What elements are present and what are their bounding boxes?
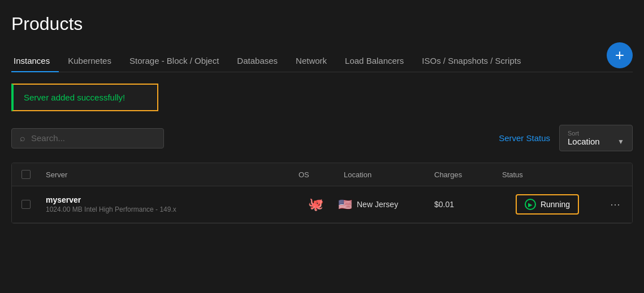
header-location: Location [338, 170, 429, 179]
select-all-checkbox[interactable] [21, 170, 31, 179]
search-icon: ⌕ [20, 133, 25, 143]
sort-label: Sort [568, 130, 624, 137]
tab-databases[interactable]: Databases [228, 50, 287, 72]
sort-dropdown[interactable]: Sort Location ▼ [559, 125, 633, 151]
page-container: Products Instances Kubernetes Storage - … [0, 0, 644, 237]
location-name: New Jersey [357, 200, 398, 209]
server-status-link[interactable]: Server Status [499, 133, 550, 143]
tab-storage[interactable]: Storage - Block / Object [120, 50, 228, 72]
os-icon: 🐙 [308, 197, 323, 212]
add-instance-button[interactable]: + [607, 42, 633, 68]
table-header-row: Server OS Location Charges Status [12, 163, 632, 186]
row-checkbox[interactable] [21, 200, 31, 209]
header-os: OS [293, 170, 338, 179]
row-checkbox-cell [12, 200, 40, 209]
header-checkbox-cell [12, 170, 40, 179]
running-icon: ▶ [525, 199, 536, 210]
more-menu-button[interactable]: ⋯ [598, 198, 632, 211]
sort-value-row: Location ▼ [568, 137, 624, 146]
server-spec: 1024.00 MB Intel High Performance - 149.… [46, 205, 287, 213]
status-cell: ▶ Running [496, 194, 598, 215]
header-status: Status [496, 170, 598, 179]
tab-load-balancers[interactable]: Load Balancers [336, 50, 413, 72]
success-banner: Server added successfully! [11, 84, 158, 111]
search-input[interactable] [31, 133, 155, 143]
toolbar-row: ⌕ Server Status Sort Location ▼ [11, 125, 633, 151]
status-label: Running [541, 200, 570, 209]
location-cell: 🇺🇸 New Jersey [338, 198, 429, 211]
tabs-row: Instances Kubernetes Storage - Block / O… [11, 50, 633, 72]
server-name: myserver [46, 195, 287, 204]
os-cell: 🐙 [293, 197, 338, 212]
server-info-cell: myserver 1024.00 MB Intel High Performan… [40, 195, 293, 213]
tab-network[interactable]: Network [287, 50, 336, 72]
status-badge: ▶ Running [516, 194, 579, 215]
instances-table: Server OS Location Charges Status myserv… [11, 163, 633, 224]
charges-cell: $0.01 [429, 200, 496, 209]
tab-instances[interactable]: Instances [11, 50, 59, 72]
table-row: myserver 1024.00 MB Intel High Performan… [12, 186, 632, 223]
page-title: Products [11, 14, 633, 34]
dropdown-arrow-icon: ▼ [617, 138, 624, 146]
tab-kubernetes[interactable]: Kubernetes [59, 50, 120, 72]
tab-isos[interactable]: ISOs / Snapshots / Scripts [413, 50, 530, 72]
search-box[interactable]: ⌕ [11, 128, 164, 148]
header-charges: Charges [429, 170, 496, 179]
header-server: Server [40, 170, 293, 179]
sort-value: Location [568, 137, 600, 146]
flag-icon: 🇺🇸 [338, 198, 352, 211]
success-message: Server added successfully! [24, 93, 125, 102]
